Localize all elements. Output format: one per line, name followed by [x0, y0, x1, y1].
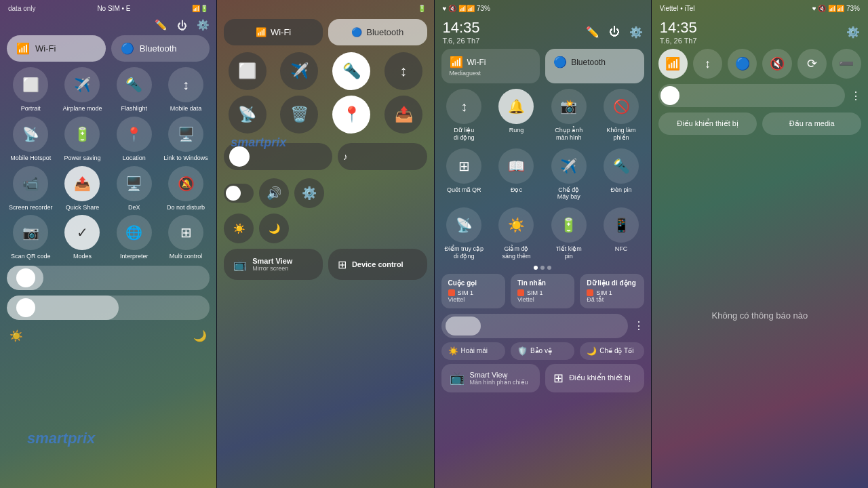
- p3-dnd-item[interactable]: 🚫 Không làmphiền: [598, 89, 644, 142]
- dark-mode[interactable]: 🌙 Chế độ Tối: [580, 342, 644, 360]
- scanqr-btn[interactable]: 📷: [13, 215, 48, 250]
- p2-airplane-btn[interactable]: ✈️: [276, 52, 323, 90]
- p3-bluetooth-tile[interactable]: 🔵 Bluetooth: [545, 49, 644, 83]
- p4-wifi-btn[interactable]: 📶: [658, 49, 688, 79]
- p3-menu-icon[interactable]: ⋮: [633, 319, 644, 332]
- p4-data-btn[interactable]: ↕️: [693, 49, 722, 79]
- power-icon[interactable]: ⏻: [177, 20, 187, 31]
- p2-devicecontrol-btn[interactable]: ⊞ Device control: [328, 249, 427, 280]
- portrait-btn[interactable]: ⬜: [13, 67, 48, 102]
- protect-mode[interactable]: 🛡️ Bảo vệ: [511, 342, 574, 360]
- p2-volume-slider[interactable]: ♪: [338, 143, 427, 170]
- p3-airplane-item[interactable]: ✈️ Chế độMáy bay: [546, 148, 591, 201]
- p2-share-btn[interactable]: 📤: [380, 96, 427, 134]
- settings-icon[interactable]: ⚙️: [197, 19, 210, 31]
- modes-btn[interactable]: ✓: [64, 215, 100, 250]
- dex-btn[interactable]: 🖥️: [117, 166, 152, 201]
- wifi-tile[interactable]: 📶 Wi-Fi: [7, 35, 106, 62]
- p4-bluetooth-btn[interactable]: 🔵: [728, 49, 757, 79]
- volume-slider[interactable]: [7, 296, 210, 320]
- p3-nfc-item[interactable]: 📱 NFC: [598, 207, 644, 260]
- p2-moon-icon[interactable]: 🌙: [259, 214, 289, 243]
- p3-edit-icon[interactable]: ✏️: [586, 26, 599, 39]
- p3-hotspot-item[interactable]: 📡 Điểm truy cậpdi động: [441, 207, 487, 260]
- p4-minus-btn[interactable]: ➖: [832, 49, 861, 79]
- p4-rotate-btn[interactable]: ⟳: [797, 49, 827, 79]
- p2-settings-icon-btn[interactable]: ⚙️: [294, 178, 324, 208]
- dnd-item[interactable]: 🔕 Do not disturb: [162, 166, 210, 211]
- p3-wifi-tile[interactable]: 📶 Wi-Fi Mediaguest: [441, 49, 540, 83]
- p4-media-output-btn[interactable]: Đầu ra media: [762, 113, 861, 135]
- location-item[interactable]: 📍 Location: [111, 117, 158, 162]
- bluetooth-tile[interactable]: 🔵 Bluetooth: [111, 35, 210, 62]
- p2-brightness-thumb[interactable]: [229, 146, 250, 167]
- p3-qr-btn[interactable]: ⊞: [446, 148, 481, 184]
- p3-dnd-btn[interactable]: 🚫: [604, 89, 639, 124]
- p2-portrait-btn[interactable]: ⬜: [224, 52, 271, 90]
- p2-brightness-slider[interactable]: [224, 143, 332, 170]
- p2-smart-view-btn[interactable]: 📺 Smart View Mirror screen: [224, 249, 323, 280]
- modes-item[interactable]: ✓ Modes: [58, 215, 106, 260]
- p2-mobiledata-btn[interactable]: ↕️: [380, 52, 427, 90]
- multicontrol-item[interactable]: ⊞ Multi control: [162, 215, 210, 260]
- p3-nfc-btn[interactable]: 📱: [604, 207, 639, 243]
- linkwindows-item[interactable]: 🖥️ Link to Windows: [162, 117, 210, 162]
- hotspot-btn[interactable]: 📡: [13, 117, 48, 152]
- p4-brightness-thumb[interactable]: [660, 86, 679, 105]
- mobiledata-item[interactable]: ↕️ Mobile data: [162, 67, 210, 113]
- p2-hotspot-btn[interactable]: 📡: [224, 96, 271, 134]
- p4-mute-btn[interactable]: 🔇: [762, 49, 791, 79]
- p3-vibrate-item[interactable]: 🔔 Rung: [494, 89, 539, 142]
- flashlight-btn[interactable]: 🔦: [117, 67, 152, 102]
- volume-thumb[interactable]: [16, 298, 35, 317]
- p3-airplane-btn[interactable]: ✈️: [551, 148, 587, 184]
- scanqr-item[interactable]: 📷 Scan QR code: [7, 215, 54, 260]
- p4-settings-icon[interactable]: ⚙️: [846, 26, 860, 39]
- p3-mobiledata-btn[interactable]: ↕️: [446, 89, 481, 124]
- airplane-btn[interactable]: ✈️: [64, 67, 100, 102]
- linkwindows-btn[interactable]: 🖥️: [168, 117, 203, 152]
- p2-location-btn[interactable]: 📍: [328, 96, 375, 134]
- p3-settings-icon[interactable]: ⚙️: [629, 26, 643, 39]
- p2-wifi-tile[interactable]: 📶 Wi-Fi: [224, 19, 323, 45]
- p3-hotspot-btn[interactable]: 📡: [446, 207, 481, 243]
- quickshare-btn[interactable]: 📤: [64, 166, 100, 201]
- flashlight-item[interactable]: 🔦 Flashlight: [111, 67, 158, 113]
- location-btn[interactable]: 📍: [117, 117, 152, 152]
- screenrec-item[interactable]: 📹 Screen recorder: [7, 166, 54, 211]
- p3-smartview-btn[interactable]: 📺 Smart View Màn hình phản chiếu: [441, 364, 540, 392]
- p2-toggle-1[interactable]: [224, 184, 254, 203]
- p3-read-item[interactable]: 📖 Đọc: [494, 148, 539, 201]
- p2-toggle-thumb[interactable]: [226, 186, 241, 201]
- brightness-thumb[interactable]: [16, 268, 35, 287]
- p2-flashlight-btn[interactable]: 🔦: [328, 52, 375, 90]
- p4-device-control-btn[interactable]: Điều khiển thiết bị: [658, 113, 757, 135]
- hotspot-item[interactable]: 📡 Mobile Hotspot: [7, 117, 54, 162]
- p3-battery-item[interactable]: 🔋 Tiết kiệmpin: [546, 207, 591, 260]
- p3-flashlight-item[interactable]: 🔦 Đèn pin: [598, 148, 644, 201]
- brightness-mode[interactable]: ☀️ Hoài mái: [441, 342, 505, 360]
- p3-screenshot-btn[interactable]: 📸: [551, 89, 587, 124]
- darkmode-icon[interactable]: 🌙: [193, 329, 207, 342]
- mobiledata-btn[interactable]: ↕️: [168, 67, 203, 102]
- powersave-btn[interactable]: 🔋: [64, 117, 100, 152]
- interpreter-btn[interactable]: 🌐: [117, 215, 152, 250]
- p4-menu-btn[interactable]: ⋮: [850, 89, 861, 102]
- screenrec-btn[interactable]: 📹: [13, 166, 48, 201]
- dex-item[interactable]: 🖥️ DeX: [111, 166, 158, 211]
- interpreter-item[interactable]: 🌐 Interpreter: [111, 215, 158, 260]
- p3-power-icon[interactable]: ⏻: [609, 26, 620, 38]
- p3-qr-item[interactable]: ⊞ Quét mã QR: [441, 148, 487, 201]
- p3-vibrate-btn[interactable]: 🔔: [498, 89, 534, 124]
- dnd-btn[interactable]: 🔕: [168, 166, 203, 201]
- edit-icon[interactable]: ✏️: [155, 19, 167, 31]
- p2-trash-btn[interactable]: 🗑️: [276, 96, 323, 134]
- p2-bluetooth-tile[interactable]: 🔵 Bluetooth: [328, 19, 427, 45]
- p3-devicectrl-btn[interactable]: ⊞ Điều khiển thiết bị: [545, 364, 644, 392]
- p3-read-btn[interactable]: 📖: [498, 148, 534, 184]
- powersave-item[interactable]: 🔋 Power saving: [58, 117, 106, 162]
- p2-volume-icon-btn[interactable]: 🔊: [259, 178, 289, 208]
- p3-screenshot-item[interactable]: 📸 Chụp ảnhmàn hình: [546, 89, 591, 142]
- p3-dimming-btn[interactable]: ☀️: [498, 207, 534, 243]
- quickshare-item[interactable]: 📤 Quick Share: [58, 166, 106, 211]
